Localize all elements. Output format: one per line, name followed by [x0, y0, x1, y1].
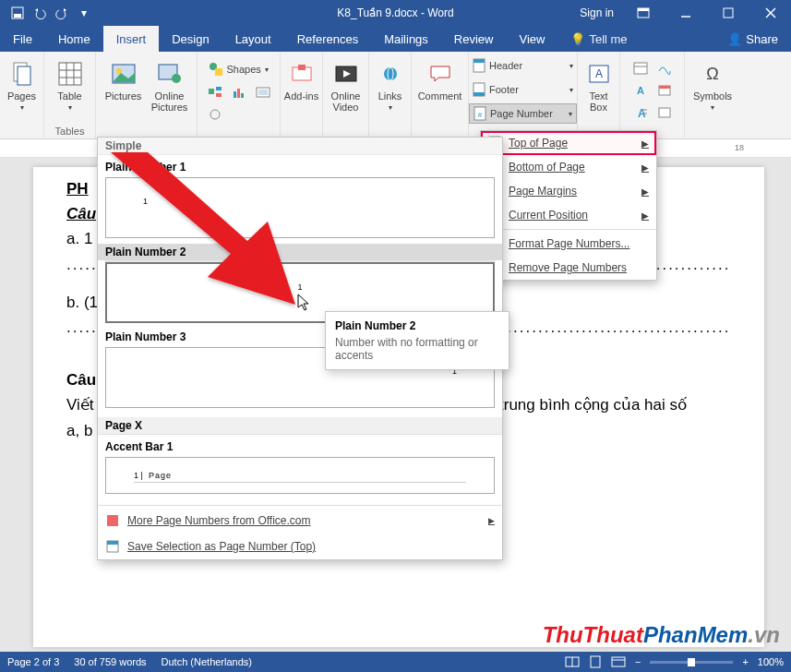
tab-layout[interactable]: Layout [222, 26, 284, 52]
save-icon[interactable] [7, 3, 28, 23]
tab-insert[interactable]: Insert [103, 26, 160, 52]
qat-more-icon[interactable]: ▾ [74, 3, 94, 23]
page-number-label: Page Number [490, 108, 553, 119]
ruler-tick: 18 [735, 143, 744, 152]
links-icon [376, 59, 405, 89]
tab-review[interactable]: Review [441, 26, 507, 52]
svg-rect-5 [724, 8, 733, 18]
online-pictures-button[interactable]: Online Pictures [147, 55, 193, 113]
table-label: Table [57, 90, 81, 102]
menu-top-of-page[interactable]: Top of Page ▶ [481, 131, 656, 155]
zoom-slider[interactable] [650, 661, 733, 664]
tooltip-title: Plain Number 2 [335, 319, 499, 332]
gallery-more-office[interactable]: More Page Numbers from Office.com ▶ [98, 508, 502, 534]
print-layout-icon[interactable] [589, 655, 602, 668]
gallery-item-title: Accent Bar 1 [105, 438, 495, 455]
header-label: Header [489, 60, 522, 71]
quick-parts-icon[interactable] [630, 59, 651, 78]
chevron-down-icon: ▾ [68, 103, 72, 112]
menu-remove-page-numbers[interactable]: Remove Page Numbers [481, 256, 656, 280]
screenshot-icon[interactable] [253, 83, 273, 102]
comment-icon [425, 59, 455, 89]
gallery-item-accent-bar-1[interactable]: Accent Bar 1 1 | Page [105, 438, 495, 494]
chevron-right-icon: ▶ [641, 162, 649, 173]
web-layout-icon[interactable] [611, 656, 626, 667]
page-number-menu: Top of Page ▶ Bottom of Page ▶ Page Marg… [480, 130, 657, 281]
wordart-icon[interactable]: A [630, 81, 651, 100]
pages-button[interactable]: Pages ▾ [0, 55, 48, 112]
svg-rect-73 [612, 657, 625, 666]
shapes-button[interactable]: Shapes ▾ [205, 59, 273, 79]
tables-group-label: Tables [55, 122, 85, 138]
status-words[interactable]: 30 of 759 words [74, 656, 146, 667]
online-video-icon [331, 59, 361, 89]
read-mode-icon[interactable] [565, 656, 580, 667]
maximize-icon[interactable] [708, 0, 749, 26]
svg-rect-9 [18, 66, 30, 85]
svg-rect-28 [258, 90, 268, 95]
zoom-level[interactable]: 100% [758, 656, 784, 667]
menu-label: Top of Page [509, 137, 568, 150]
svg-text:#: # [478, 111, 483, 119]
sign-in-link[interactable]: Sign in [580, 6, 614, 19]
header-button[interactable]: Header ▾ [469, 55, 577, 76]
chevron-right-icon: ▶ [488, 516, 495, 525]
status-page[interactable]: Page 2 of 3 [7, 656, 59, 667]
date-time-icon[interactable] [654, 81, 675, 100]
menu-bottom-of-page[interactable]: Bottom of Page ▶ [481, 155, 656, 179]
pictures-button[interactable]: Pictures [101, 55, 147, 113]
chevron-right-icon: ▶ [641, 210, 649, 221]
ribbon-tabs: File Home Insert Design Layout Reference… [0, 26, 791, 52]
page-number-button[interactable]: # Page Number ▾ [469, 103, 577, 124]
tab-mailings[interactable]: Mailings [371, 26, 441, 52]
icons-icon[interactable] [205, 105, 225, 124]
table-button[interactable]: Table ▾ [44, 55, 96, 112]
chart-icon[interactable] [229, 83, 249, 102]
zoom-in-icon[interactable]: + [742, 656, 748, 667]
tab-view[interactable]: View [506, 26, 557, 52]
status-language[interactable]: Dutch (Netherlands) [162, 656, 252, 667]
drop-cap-icon[interactable]: A [630, 103, 651, 122]
tell-me[interactable]: 💡 Tell me [557, 26, 640, 52]
menu-format-page-numbers[interactable]: Format Page Numbers... [481, 232, 656, 256]
signature-icon[interactable] [654, 59, 675, 78]
share-button[interactable]: 👤 Share [714, 26, 791, 52]
shapes-label: Shapes [227, 64, 261, 75]
svg-rect-31 [298, 65, 306, 70]
doc-text: b. (1 [66, 294, 98, 311]
addins-button[interactable]: Add-ins [283, 55, 320, 102]
tab-file[interactable]: File [0, 26, 45, 52]
svg-point-33 [384, 67, 397, 80]
doc-text: Câu [66, 205, 96, 222]
menu-label: More Page Numbers from Office.com [127, 514, 311, 527]
menu-label: Format Page Numbers... [509, 237, 629, 250]
redo-icon[interactable] [52, 3, 72, 23]
minimize-icon[interactable] [665, 0, 706, 26]
undo-icon[interactable] [30, 3, 50, 23]
online-video-button[interactable]: Online Video [326, 55, 366, 113]
object-icon[interactable] [654, 103, 675, 122]
tab-design[interactable]: Design [159, 26, 222, 52]
links-button[interactable]: Links ▾ [372, 55, 409, 112]
ribbon-options-icon[interactable] [623, 0, 664, 26]
page-number-icon: # [473, 106, 486, 121]
svg-rect-21 [209, 89, 214, 94]
zoom-out-icon[interactable]: − [635, 656, 641, 667]
footer-button[interactable]: Footer ▾ [469, 79, 577, 100]
text-box-icon: A [584, 59, 614, 89]
text-box-button[interactable]: A Text Box [581, 55, 617, 113]
tab-home[interactable]: Home [45, 26, 103, 52]
shapes-icon [209, 62, 223, 77]
close-icon[interactable] [750, 0, 791, 26]
tab-references[interactable]: References [284, 26, 371, 52]
menu-page-margins[interactable]: Page Margins ▶ [481, 179, 656, 203]
gallery-item-plain-number-1[interactable]: Plain Number 1 1 [105, 159, 495, 238]
gallery-save-selection[interactable]: Save Selection as Page Number (Top) [98, 534, 502, 559]
menu-current-position[interactable]: # Current Position ▶ [481, 203, 656, 227]
addins-label: Add-ins [284, 90, 318, 102]
symbols-button[interactable]: Ω Symbols ▾ [688, 55, 737, 112]
menu-label: Remove Page Numbers [509, 261, 627, 274]
watermark: ThuThuatPhanMem.vn [543, 622, 780, 648]
comment-button[interactable]: Comment [414, 55, 466, 102]
smartart-icon[interactable] [205, 83, 225, 102]
